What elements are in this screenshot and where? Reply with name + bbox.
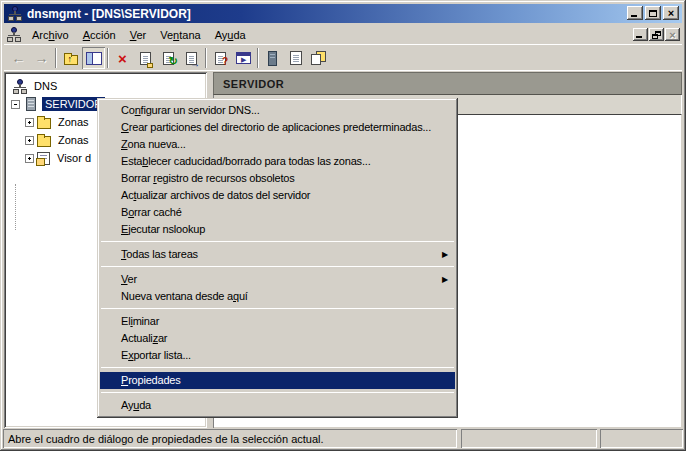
tree-label-dns: DNS [31, 79, 60, 93]
show-hide-console-tree-button[interactable] [82, 47, 105, 69]
folder-icon [37, 136, 51, 147]
expand-icon[interactable] [25, 154, 34, 163]
status-text: Abre el cuadro de diálogo de propiedades… [8, 433, 324, 445]
refresh-icon: ↻ [163, 52, 174, 65]
restore-icon [652, 31, 661, 39]
menu-item-zona-nueva[interactable]: Zona nueva... [100, 136, 455, 153]
result-pane-header: SERVIDOR [213, 72, 682, 95]
status-bar: Abre el cuadro de diálogo de propiedades… [3, 429, 683, 448]
status-panel-2 [461, 429, 597, 448]
tree-label-servidor: SERVIDOR [42, 97, 105, 111]
menu-archivo[interactable]: Archivo [25, 26, 76, 44]
folder-icon [37, 118, 51, 129]
export-list-button[interactable]: → [180, 47, 203, 69]
menu-accion[interactable]: Acción [76, 26, 123, 44]
help-icon: ? [215, 52, 226, 65]
tree-item-dns-root[interactable]: DNS [4, 77, 207, 95]
menu-item-propiedades[interactable]: Propiedades [100, 372, 455, 389]
minimize-button[interactable] [627, 6, 643, 20]
event-viewer-icon [37, 152, 50, 165]
menu-separator [101, 367, 454, 368]
menu-item-crear-particiones[interactable]: Crear particiones del directorio de apli… [100, 119, 455, 136]
forward-icon: → [35, 50, 49, 66]
menu-ventana[interactable]: Ventana [153, 26, 207, 44]
delete-button[interactable]: × [111, 47, 134, 69]
menu-item-todas-las-tareas[interactable]: Todas las tareas [100, 246, 455, 263]
server-icon [268, 51, 277, 66]
result-pane-header-label: SERVIDOR [223, 78, 284, 90]
minimize-icon [631, 15, 637, 17]
minimize-icon [636, 36, 642, 38]
menu-separator [101, 241, 454, 242]
menu-item-establecer-caducidad[interactable]: Establecer caducidad/borrado para todas … [100, 153, 455, 170]
pages-icon [311, 51, 326, 65]
window-title: dnsmgmt - [DNS\SERVIDOR] [27, 7, 191, 21]
tree-connector [15, 184, 16, 230]
expand-icon[interactable] [25, 136, 34, 145]
properties-button[interactable] [134, 47, 157, 69]
server-icon [26, 97, 36, 111]
dns-console-icon [7, 6, 23, 21]
menu-item-borrar-cache[interactable]: Borrar caché [100, 204, 455, 221]
expand-icon[interactable] [25, 118, 34, 127]
mdi-child-icon [6, 27, 22, 42]
menu-item-nueva-ventana[interactable]: Nueva ventana desde aquí [100, 288, 455, 305]
export-list-icon: → [186, 52, 197, 65]
menu-ver[interactable]: Ver [123, 26, 154, 44]
menu-ayuda[interactable]: Ayuda [208, 26, 253, 44]
menu-separator [101, 266, 454, 267]
mdi-minimize-button[interactable] [633, 28, 648, 41]
title-bar: dnsmgmt - [DNS\SERVIDOR] × [4, 4, 682, 23]
refresh-button[interactable]: ↻ [157, 47, 180, 69]
list-toolbar-button[interactable] [284, 47, 307, 69]
toolbar-separator [55, 48, 57, 68]
server-toolbar-button[interactable] [261, 47, 284, 69]
menu-item-configurar-servidor-dns[interactable]: Configurar un servidor DNS... [100, 102, 455, 119]
properties-icon [140, 52, 151, 65]
menu-item-ver[interactable]: Ver [100, 271, 455, 288]
close-icon: × [668, 8, 674, 18]
menu-item-exportar-lista[interactable]: Exportar lista... [100, 347, 455, 364]
toolbar-separator [205, 48, 207, 68]
tree-label-visor: Visor d [54, 151, 94, 165]
menu-bar: Archivo Acción Ver Ventana Ayuda × [4, 25, 682, 45]
menu-item-borrar-registro[interactable]: Borrar registro de recursos obsoletos [100, 170, 455, 187]
list-icon [290, 51, 302, 65]
maximize-button[interactable] [645, 6, 661, 20]
toolbar-separator [107, 48, 109, 68]
menu-separator [101, 308, 454, 309]
collapse-icon[interactable] [11, 100, 20, 109]
up-one-level-icon: ↑ [64, 55, 78, 65]
menu-item-ayuda[interactable]: Ayuda [100, 397, 455, 414]
tree-label-zonas-2: Zonas [55, 133, 92, 147]
dnsmgmt-window: dnsmgmt - [DNS\SERVIDOR] × Archivo Acció… [0, 0, 686, 451]
context-menu: Configurar un servidor DNS... Crear part… [97, 98, 458, 418]
back-button: ← [7, 47, 30, 69]
toolbar-separator [257, 48, 259, 68]
menu-separator [101, 392, 454, 393]
mdi-close-button-disabled: × [665, 28, 680, 41]
forward-button: → [30, 47, 53, 69]
menu-item-eliminar[interactable]: Eliminar [100, 313, 455, 330]
help-button[interactable]: ? [209, 47, 232, 69]
up-one-level-button[interactable]: ↑ [59, 47, 82, 69]
status-text-panel: Abre el cuadro de diálogo de propiedades… [3, 429, 457, 448]
mdi-restore-button[interactable] [649, 28, 664, 41]
tree-label-zonas-1: Zonas [55, 115, 92, 129]
status-panel-3 [600, 429, 683, 448]
back-icon: ← [12, 50, 26, 66]
maximize-icon [649, 10, 657, 17]
menu-item-actualizar[interactable]: Actualizar [100, 330, 455, 347]
menu-item-actualizar-archivos[interactable]: Actualizar archivos de datos del servido… [100, 187, 455, 204]
show-in-new-window-button[interactable]: ▶ [232, 47, 255, 69]
toolbar: ← → ↑ × ↻ → ? ▶ [4, 46, 682, 71]
show-in-new-window-icon: ▶ [236, 52, 251, 64]
show-hide-console-tree-icon [86, 52, 102, 65]
close-button[interactable]: × [663, 6, 679, 20]
close-icon: × [669, 30, 675, 40]
pages-toolbar-button[interactable] [307, 47, 330, 69]
delete-icon: × [118, 50, 127, 67]
menu-item-ejecutar-nslookup[interactable]: Ejecutar nslookup [100, 221, 455, 238]
dns-root-icon [12, 79, 28, 94]
